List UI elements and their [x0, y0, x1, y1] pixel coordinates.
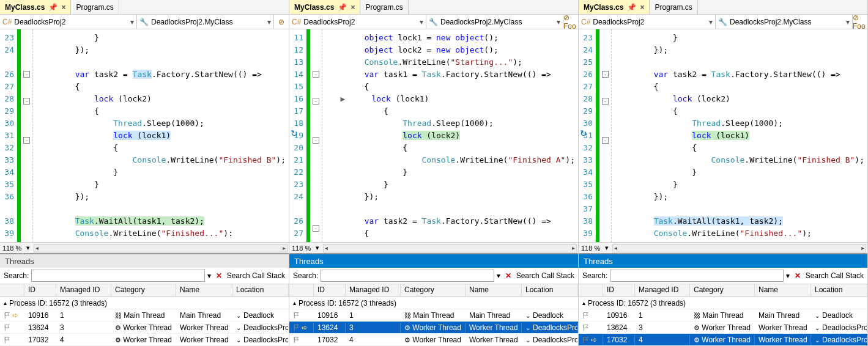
col-mid[interactable]: Managed ID [56, 284, 111, 296]
dropdown-icon[interactable]: ▾ [497, 271, 500, 280]
expand-icon[interactable]: ▴ [293, 300, 296, 306]
process-row[interactable]: ▴Process ID: 16572 (3 threads) [289, 297, 578, 309]
tab-inactive[interactable]: Program.cs [650, 0, 697, 14]
col-name[interactable]: Name [176, 284, 232, 296]
zoom-bar: 118 %▾ [579, 242, 867, 253]
col-mid[interactable]: Managed ID [346, 284, 401, 296]
threads-search: Search: ▾ ✕ Search Call Stack [0, 268, 289, 284]
search-callstack-label[interactable]: Search Call Stack [227, 271, 285, 280]
tab-inactive[interactable]: Program.cs [360, 0, 408, 14]
threads-title[interactable]: Threads [0, 254, 289, 268]
clear-search-icon[interactable]: ✕ [503, 271, 514, 280]
tab-active[interactable]: MyClass.cs📌× [0, 0, 71, 14]
refresh-icon: ↻ [580, 128, 587, 138]
code-editor[interactable]: ↻ 11121314151617181920212223242627 ---- … [289, 29, 578, 242]
search-label: Search: [293, 271, 318, 280]
member-dropdown[interactable]: ⊘ Foo [853, 15, 867, 29]
col-loc[interactable]: Location [232, 284, 289, 296]
class-dropdown[interactable]: 🔧DeadlocksProj2.MyClass▾ [137, 15, 274, 29]
close-icon[interactable]: × [640, 3, 644, 12]
outline-margin[interactable]: --- [599, 29, 612, 242]
chevron-down-icon[interactable]: ▾ [313, 244, 322, 252]
chevron-down-icon[interactable]: ▾ [24, 244, 32, 252]
code-editor[interactable]: 232426272829303132333435363839 --- } });… [0, 29, 289, 242]
thread-row[interactable]: 170324 ⚙ Worker Thread Worker Thread ⌄De… [0, 334, 289, 346]
pin-icon[interactable]: 📌 [338, 3, 347, 12]
search-callstack-label[interactable]: Search Call Stack [516, 271, 574, 280]
h-scrollbar[interactable] [323, 244, 577, 252]
col-flag[interactable] [0, 284, 24, 296]
nav-dropdowns: C#DeadlocksProj2▾ 🔧DeadlocksProj2.MyClas… [289, 15, 578, 29]
panel-1: MyClass.cs📌× Program.cs C#DeadlocksProj2… [289, 0, 579, 346]
dropdown-icon[interactable]: ▾ [207, 271, 211, 280]
col-loc[interactable]: Location [522, 284, 578, 296]
expand-icon[interactable]: ▴ [4, 300, 7, 306]
thread-row[interactable]: 170324 ⚙ Worker Thread Worker Thread ⌄De… [289, 334, 578, 346]
thread-row[interactable]: 136243 ⚙ Worker Thread Worker Thread ⌄De… [0, 322, 289, 334]
refresh-icon: ↻ [291, 128, 298, 138]
project-dropdown[interactable]: C#DeadlocksProj2▾ [579, 15, 716, 29]
class-dropdown[interactable]: 🔧DeadlocksProj2.MyClass▾ [426, 15, 563, 29]
dropdown-icon[interactable]: ▾ [786, 271, 790, 280]
clear-search-icon[interactable]: ✕ [792, 271, 803, 280]
col-mid[interactable]: Managed ID [635, 284, 690, 296]
process-row[interactable]: ▴Process ID: 16572 (3 threads) [579, 297, 867, 309]
chevron-down-icon: ▾ [557, 18, 560, 26]
member-dropdown[interactable]: ⊘ Foo [563, 15, 578, 29]
tab-inactive[interactable]: Program.cs [71, 0, 119, 14]
col-flag[interactable] [579, 284, 603, 296]
thread-row[interactable]: ➪ 136243 ⚙ Worker Thread Worker Thread ⌄… [289, 322, 578, 334]
thread-row[interactable]: 136243 ⚙ Worker Thread Worker Thread ⌄De… [579, 322, 867, 334]
thread-row[interactable]: ➪ 170324 ⚙ Worker Thread Worker Thread ⌄… [579, 334, 867, 346]
project-dropdown[interactable]: C#DeadlocksProj2▾ [289, 15, 426, 29]
thread-row[interactable]: 109161 ⛓ Main Thread Main Thread ⌄Deadlo… [579, 309, 867, 322]
class-dropdown[interactable]: 🔧DeadlocksProj2.MyClass▾ [716, 15, 853, 29]
chevron-down-icon[interactable]: ▾ [603, 244, 611, 252]
threads-columns: ID Managed ID Category Name Location [0, 284, 289, 297]
outline-margin[interactable]: ---- [310, 29, 322, 242]
col-cat[interactable]: Category [111, 284, 176, 296]
col-cat[interactable]: Category [690, 284, 755, 296]
search-input[interactable] [31, 270, 204, 282]
threads-title[interactable]: Threads [579, 254, 867, 268]
thread-row[interactable]: 109161 ⛓ Main Thread Main Thread ⌄Deadlo… [289, 309, 578, 322]
close-icon[interactable]: × [351, 3, 355, 12]
col-id[interactable]: ID [603, 284, 635, 296]
code-area[interactable]: } }); var task2 = Task.Factory.StartNew(… [612, 29, 867, 242]
col-name[interactable]: Name [755, 284, 811, 296]
code-area[interactable]: object lock1 = new object(); object lock… [322, 29, 578, 242]
outline-margin[interactable]: --- [21, 29, 33, 242]
thread-row[interactable]: ➪ 109161 ⛓ Main Thread Main Thread ⌄Dead… [0, 309, 289, 322]
search-callstack-label[interactable]: Search Call Stack [806, 271, 864, 280]
search-input[interactable] [610, 270, 783, 282]
col-loc[interactable]: Location [811, 284, 867, 296]
zoom-level[interactable]: 118 % [289, 245, 313, 252]
tab-active[interactable]: MyClass.cs📌× [289, 0, 360, 14]
col-flag[interactable] [289, 284, 314, 296]
threads-title[interactable]: Threads [289, 254, 578, 268]
code-editor[interactable]: ↻ 2324252627282930313233343536373839 ---… [579, 29, 867, 242]
pin-icon[interactable]: 📌 [48, 3, 57, 12]
clear-search-icon[interactable]: ✕ [213, 271, 224, 280]
member-dropdown[interactable]: ⊘ [274, 15, 289, 29]
col-name[interactable]: Name [466, 284, 522, 296]
col-id[interactable]: ID [24, 284, 56, 296]
search-input[interactable] [321, 270, 494, 282]
h-scrollbar[interactable] [612, 244, 866, 252]
zoom-level[interactable]: 118 % [0, 245, 24, 252]
threads-window: Threads Search: ▾ ✕ Search Call Stack ID… [0, 253, 289, 346]
tabs: MyClass.cs📌× Program.cs [289, 0, 578, 15]
col-id[interactable]: ID [314, 284, 346, 296]
h-scrollbar[interactable] [34, 244, 287, 252]
tab-active[interactable]: MyClass.cs📌× [579, 0, 650, 14]
col-cat[interactable]: Category [401, 284, 466, 296]
close-icon[interactable]: × [61, 3, 65, 12]
code-area[interactable]: } }); var task2 = Task.Factory.StartNew(… [33, 29, 289, 242]
process-row[interactable]: ▴Process ID: 16572 (3 threads) [0, 297, 289, 309]
zoom-level[interactable]: 118 % [579, 245, 603, 252]
threads-window: Threads Search: ▾ ✕ Search Call Stack ID… [579, 253, 867, 346]
expand-icon[interactable]: ▴ [582, 300, 585, 306]
pin-icon[interactable]: 📌 [627, 3, 636, 12]
zoom-bar: 118 %▾ [289, 242, 578, 253]
project-dropdown[interactable]: C#DeadlocksProj2▾ [0, 15, 137, 29]
